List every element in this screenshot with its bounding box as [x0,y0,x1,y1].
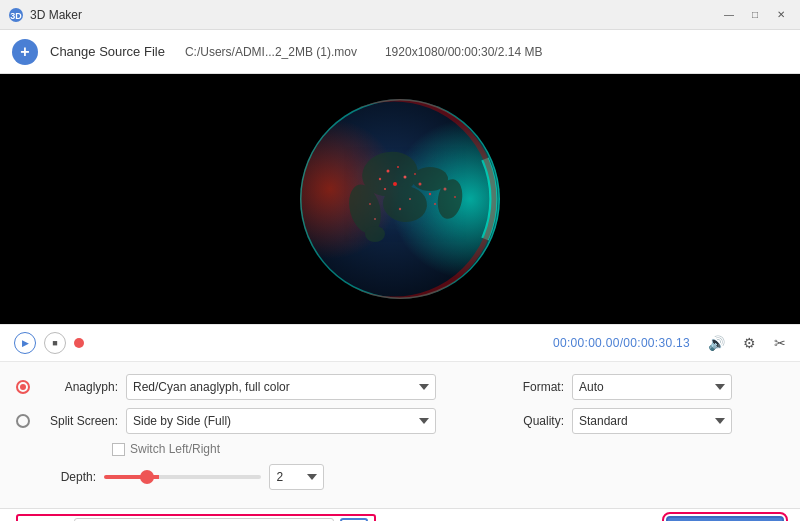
svg-point-12 [387,170,390,173]
svg-point-26 [384,188,386,190]
depth-select[interactable]: 1 2 3 4 5 [269,464,324,490]
depth-row: Depth: 1 2 3 4 5 [16,464,484,490]
svg-point-25 [374,218,376,220]
quality-select[interactable]: Standard High Low [572,408,732,434]
save-path-select[interactable]: C:\Aiseesoft Studio\Ais...erter Ultimate… [74,518,334,522]
depth-label: Depth: [16,470,96,484]
depth-slider-wrap: 1 2 3 4 5 [104,464,324,490]
quality-row: Quality: Standard High Low [504,408,784,434]
window-controls: — □ ✕ [718,4,792,26]
save-bar: Save to: C:\Aiseesoft Studio\Ais...erter… [0,508,800,521]
video-preview [0,74,800,324]
svg-point-22 [444,188,447,191]
switch-leftright-checkbox[interactable] [112,443,125,456]
title-bar: 3D 3D Maker — □ ✕ [0,0,800,30]
split-screen-select[interactable]: Side by Side (Full) Side by Side (Half) … [126,408,436,434]
split-screen-radio[interactable] [16,414,30,428]
change-source-label: Change Source File [50,44,165,59]
add-source-button[interactable]: + [12,39,38,65]
generate-3d-button[interactable]: Generate 3D [666,516,784,522]
format-select[interactable]: Auto MP4 MOV AVI [572,374,732,400]
switch-leftright-label: Switch Left/Right [130,442,220,456]
svg-point-19 [409,198,411,200]
svg-point-24 [399,208,401,210]
settings-icon[interactable]: ⚙ [743,335,756,351]
play-button[interactable]: ▶ [14,332,36,354]
right-column: Format: Auto MP4 MOV AVI Quality: Standa… [484,374,784,442]
svg-point-20 [429,193,431,195]
browse-folder-button[interactable] [340,518,368,522]
stop-button[interactable]: ■ [44,332,66,354]
globe-visualization [290,89,510,309]
toolbar: + Change Source File C:/Users/ADMI...2_2… [0,30,800,74]
anaglyph-label: Anaglyph: [38,380,118,394]
app-icon: 3D [8,7,24,23]
switch-leftright-wrap: Switch Left/Right [112,442,484,456]
svg-point-14 [404,176,407,179]
format-row: Format: Auto MP4 MOV AVI [504,374,784,400]
split-screen-label: Split Screen: [38,414,118,428]
svg-text:3D: 3D [10,11,22,21]
anaglyph-select[interactable]: Red/Cyan anaglyph, full color Optimized … [126,374,436,400]
volume-icon[interactable]: 🔊 [708,335,725,351]
left-column: Anaglyph: Red/Cyan anaglyph, full color … [16,374,484,498]
split-screen-row: Split Screen: Side by Side (Full) Side b… [16,408,484,434]
video-content [250,84,550,314]
svg-point-16 [379,178,381,180]
file-info: 1920x1080/00:00:30/2.14 MB [385,45,542,59]
svg-point-27 [454,196,456,198]
anaglyph-row: Anaglyph: Red/Cyan anaglyph, full color … [16,374,484,400]
settings-columns: Anaglyph: Red/Cyan anaglyph, full color … [16,374,784,498]
depth-slider[interactable] [104,475,261,479]
scissors-icon[interactable]: ✂ [774,335,786,351]
svg-point-23 [434,203,436,205]
svg-point-18 [419,183,422,186]
settings-panel: Anaglyph: Red/Cyan anaglyph, full color … [0,362,800,508]
quality-label: Quality: [504,414,564,428]
close-button[interactable]: ✕ [770,4,792,26]
anaglyph-radio[interactable] [16,380,30,394]
file-name: C:/Users/ADMI...2_2MB (1).mov [185,45,357,59]
time-display: 00:00:00.00/00:00:30.13 [553,336,690,350]
svg-point-15 [414,173,416,175]
maximize-button[interactable]: □ [744,4,766,26]
svg-point-13 [397,166,399,168]
record-indicator [74,338,84,348]
svg-point-21 [369,203,371,205]
format-label: Format: [504,380,564,394]
save-path-section: Save to: C:\Aiseesoft Studio\Ais...erter… [16,514,376,522]
svg-point-17 [393,182,397,186]
playback-controls: ▶ ■ 00:00:00.00/00:00:30.13 🔊 ⚙ ✂ [0,324,800,362]
minimize-button[interactable]: — [718,4,740,26]
svg-point-11 [365,226,385,242]
title-text: 3D Maker [30,8,718,22]
